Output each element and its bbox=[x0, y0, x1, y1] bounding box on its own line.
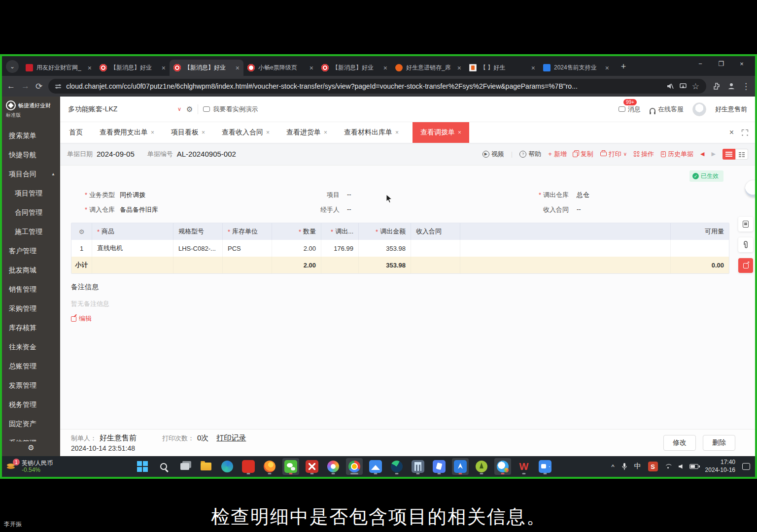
close-icon[interactable]: × bbox=[458, 129, 461, 136]
browser-tab[interactable]: 小畅e票降级页 × bbox=[243, 60, 317, 76]
add-button[interactable]: +新增 bbox=[548, 150, 567, 159]
cell-amount[interactable]: 353.98 bbox=[359, 240, 411, 257]
arrow-app-button[interactable] bbox=[452, 458, 469, 475]
mountain-app-button[interactable] bbox=[367, 458, 384, 475]
sidebar-item-tax-mgmt[interactable]: 税务管理 bbox=[2, 395, 60, 414]
qq-button[interactable] bbox=[494, 458, 511, 475]
tray-expand-icon[interactable]: ^ bbox=[612, 463, 615, 470]
sidebar-item-customer-mgmt[interactable]: 客户管理 bbox=[2, 241, 60, 261]
sidebar-item-funds[interactable]: 往来资金 bbox=[2, 337, 60, 357]
assistant-float-icon[interactable] bbox=[745, 180, 755, 197]
tab-home[interactable]: 首页 bbox=[69, 122, 83, 143]
cell-spec[interactable]: LHS-C082-... bbox=[173, 240, 223, 257]
print-button[interactable]: 打印∨ bbox=[600, 150, 627, 159]
avatar[interactable] bbox=[692, 102, 706, 116]
browser-tab[interactable]: 【新消息】好业 × bbox=[96, 60, 170, 76]
wifi-icon[interactable] bbox=[665, 464, 672, 469]
tray-clock[interactable]: 17:40 2024-10-16 bbox=[705, 459, 735, 474]
sidebar-item-project-mgmt[interactable]: 项目管理 bbox=[2, 184, 60, 203]
column-settings-gear-icon[interactable]: ⚙ bbox=[79, 228, 85, 235]
messages-button[interactable]: 消息 99+ bbox=[619, 105, 641, 114]
close-icon[interactable]: × bbox=[151, 129, 154, 136]
delete-button[interactable]: 删除 bbox=[703, 435, 735, 451]
firefox-button[interactable] bbox=[261, 458, 278, 475]
edge-button[interactable] bbox=[219, 458, 236, 475]
remarks-edit-button[interactable]: 编辑 bbox=[71, 314, 729, 323]
stock-app-button[interactable] bbox=[240, 458, 257, 475]
sidebar-item-purchase-mgmt[interactable]: 采购管理 bbox=[2, 299, 60, 318]
start-button[interactable] bbox=[134, 458, 151, 475]
close-icon[interactable]: × bbox=[395, 129, 399, 136]
extensions-icon[interactable] bbox=[712, 82, 721, 91]
ime-indicator[interactable]: 中 bbox=[634, 462, 641, 471]
excel-button[interactable] bbox=[304, 458, 320, 475]
sidebar-item-general-ledger[interactable]: 总账管理 bbox=[2, 357, 60, 376]
fullscreen-icon[interactable] bbox=[742, 130, 748, 136]
sidebar-item-search-menu[interactable]: 搜索菜单 bbox=[2, 126, 60, 145]
microphone-icon[interactable] bbox=[621, 463, 627, 470]
notification-icon[interactable] bbox=[742, 463, 750, 470]
copy-button[interactable]: 复制 bbox=[574, 150, 593, 159]
tab-purchase-order[interactable]: 查看进货单× bbox=[286, 122, 327, 143]
print-log-link[interactable]: 打印记录 bbox=[216, 433, 246, 443]
next-voucher-icon[interactable]: ▶ bbox=[712, 151, 716, 157]
history-button[interactable]: 历史单据 bbox=[661, 150, 693, 159]
sidebar-settings-gear-icon[interactable]: ⚙ bbox=[2, 441, 60, 454]
mute-icon[interactable] bbox=[666, 82, 674, 90]
browser-tab[interactable]: 【新消息】好业 × bbox=[317, 60, 391, 76]
sidebar-item-quick-nav[interactable]: 快捷导航 bbox=[2, 145, 60, 165]
tab-stock-transfer-active[interactable]: 查看调拨单× bbox=[413, 122, 469, 143]
share-button[interactable] bbox=[738, 258, 753, 273]
cell-product[interactable]: 直线电机 bbox=[92, 240, 173, 257]
close-icon[interactable]: × bbox=[236, 64, 240, 72]
forward-icon[interactable]: → bbox=[21, 81, 30, 91]
tree-app-button[interactable] bbox=[473, 458, 490, 475]
reload-icon[interactable]: ⟳ bbox=[35, 81, 42, 92]
tab-search-icon[interactable]: ⌄ bbox=[6, 60, 19, 73]
cell-qty[interactable]: 2.00 bbox=[272, 240, 321, 257]
account-settings-gear-icon[interactable]: ⚙ bbox=[186, 105, 193, 114]
sidebar-item-construction-mgmt[interactable]: 施工管理 bbox=[2, 222, 60, 241]
close-icon[interactable]: × bbox=[383, 64, 387, 72]
handler-value[interactable]: -- bbox=[347, 205, 351, 213]
taskbar-search-button[interactable] bbox=[155, 458, 172, 475]
close-icon[interactable]: × bbox=[605, 64, 609, 72]
close-all-tabs-icon[interactable]: × bbox=[729, 128, 734, 137]
actions-button[interactable]: 操作 bbox=[634, 150, 654, 159]
wechat-button[interactable] bbox=[282, 458, 299, 475]
sidebar-item-sales-mgmt[interactable]: 销售管理 bbox=[2, 280, 60, 299]
list-view-button[interactable] bbox=[723, 149, 735, 160]
install-icon[interactable] bbox=[679, 82, 687, 90]
browser-tab[interactable]: 好生意进销存_席 × bbox=[391, 60, 465, 76]
restore-button[interactable]: ❐ bbox=[711, 56, 731, 67]
new-tab-button[interactable]: + bbox=[617, 62, 630, 72]
close-icon[interactable]: × bbox=[324, 129, 327, 136]
currency-widget[interactable]: 1 英镑/人民币 -0.54% bbox=[7, 460, 125, 474]
sidebar-item-wholesale-mall[interactable]: 批发商城 bbox=[2, 261, 60, 280]
close-icon[interactable]: × bbox=[88, 64, 92, 72]
online-service-button[interactable]: 在线客服 bbox=[650, 105, 684, 114]
project-value[interactable]: -- bbox=[347, 191, 351, 198]
biz-type-value[interactable]: 同价调拨 bbox=[120, 191, 145, 199]
video-button[interactable]: ▶视频 bbox=[482, 150, 504, 159]
close-icon[interactable]: × bbox=[162, 64, 166, 72]
browser-tab-active[interactable]: 【新消息】好业 × bbox=[170, 60, 243, 76]
sidebar-item-invoice-mgmt[interactable]: 发票管理 bbox=[2, 376, 60, 395]
browser-tab[interactable]: 用友好业财官网_ × bbox=[22, 60, 96, 76]
site-info-icon[interactable] bbox=[55, 85, 61, 88]
minimize-button[interactable]: − bbox=[690, 56, 711, 67]
volume-icon[interactable] bbox=[679, 465, 683, 469]
income-contract-value[interactable]: -- bbox=[577, 205, 581, 213]
in-warehouse-value[interactable]: 备品备件旧库 bbox=[120, 206, 158, 213]
tab-project-board[interactable]: 项目看板× bbox=[171, 122, 205, 143]
address-bar[interactable]: cloud.chanjet.com/cc/u0f07putz1ne/6chlgh… bbox=[48, 79, 706, 94]
chrome-button[interactable] bbox=[346, 458, 363, 475]
close-icon[interactable]: × bbox=[531, 64, 535, 72]
close-icon[interactable]: × bbox=[310, 64, 313, 72]
tab-income-contract[interactable]: 查看收入合同× bbox=[222, 122, 270, 143]
battery-icon[interactable] bbox=[689, 464, 698, 469]
browser-tab[interactable]: 【 】好生 × bbox=[465, 60, 539, 76]
close-window-button[interactable]: × bbox=[731, 56, 752, 67]
color-wheel-app-button[interactable] bbox=[325, 458, 342, 475]
out-warehouse-value[interactable]: 总仓 bbox=[577, 191, 589, 200]
